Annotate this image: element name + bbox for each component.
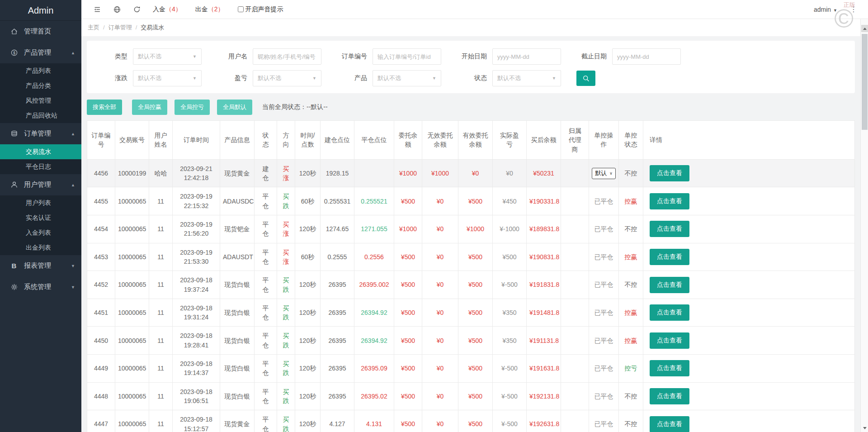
view-detail-button[interactable]: 点击查看 <box>650 165 689 181</box>
control-status-cell: 控赢 <box>619 299 643 327</box>
sidebar-item-product-recycle[interactable]: 产品回收站 <box>0 108 81 123</box>
view-detail-button[interactable]: 点击查看 <box>650 332 689 349</box>
filter-field: 盈亏默认不选▼ <box>207 70 321 86</box>
filter-input-订单编号[interactable] <box>373 48 441 65</box>
view-detail-button[interactable]: 点击查看 <box>650 221 689 237</box>
cell: ¥-500 <box>493 271 527 299</box>
table-row: 445410000065112023-09-19 21:56:20现货钯金平 仓… <box>87 215 855 243</box>
sidebar-item-deposit-list[interactable]: 入金列表 <box>0 225 81 240</box>
scroll-up-arrow[interactable] <box>861 25 868 32</box>
filter-input-开始日期[interactable] <box>492 48 561 65</box>
filter-select-产品[interactable]: 默认不选▼ <box>373 70 441 86</box>
cell: 120秒 <box>295 299 321 327</box>
cell: 0.255531 <box>321 187 354 215</box>
cell: 11 <box>149 243 173 271</box>
sidebar-item-realname-auth[interactable]: 实名认证 <box>0 210 81 225</box>
refresh-icon[interactable] <box>133 5 141 14</box>
filter-select-状态[interactable]: 默认不选▼ <box>492 70 561 86</box>
scrollbar-thumb[interactable] <box>862 34 868 130</box>
global-lose-button[interactable]: 全局控亏 <box>175 100 210 115</box>
filter-select-涨跌[interactable]: 默认不选▼ <box>133 70 202 86</box>
cell: ¥0 <box>422 187 458 215</box>
sidebar-item-order[interactable]: 订单管理▲ <box>0 123 81 144</box>
control-select[interactable]: 默认∨ <box>592 168 616 179</box>
table-row: 444810000065112023-09-18 19:06:51现货白银平 仓… <box>87 382 855 410</box>
cell: ¥500 <box>458 243 493 271</box>
withdraw-link[interactable]: 出金（2） <box>195 5 224 14</box>
detail-cell: 点击查看 <box>643 215 855 243</box>
table-row: 444910000065112023-09-18 19:14:37现货白银平 仓… <box>87 355 855 383</box>
sidebar-item-trade-flow[interactable]: 交易流水 <box>0 144 81 159</box>
language-globe-icon[interactable] <box>113 5 121 14</box>
product-icon: $ <box>10 49 18 57</box>
cell: 平 仓 <box>255 299 277 327</box>
sound-alert-checkbox[interactable] <box>238 6 244 12</box>
sound-alert-toggle[interactable]: 开启声音提示 <box>238 5 283 14</box>
user-menu[interactable]: admin▼ <box>814 6 837 13</box>
more-options-icon[interactable]: ⋮ <box>850 5 857 14</box>
table-row: 445310000065112023-09-19 21:53:30ADAUSDT… <box>87 243 855 271</box>
cell: 4.131 <box>354 410 394 432</box>
search-all-button[interactable]: 搜索全部 <box>87 100 122 115</box>
cell: 11 <box>149 271 173 299</box>
column-header: 用户 姓名 <box>149 121 173 160</box>
sidebar-item-label: 管理首页 <box>24 27 51 36</box>
view-detail-button[interactable]: 点击查看 <box>650 388 689 404</box>
column-header: 无效委托 余额 <box>422 121 458 160</box>
cell: ¥500 <box>394 243 422 271</box>
global-default-button[interactable]: 全局默认 <box>217 100 252 115</box>
search-button[interactable] <box>576 71 595 86</box>
sidebar-item-product[interactable]: $产品管理▲ <box>0 42 81 63</box>
cell <box>561 382 589 410</box>
view-detail-button[interactable]: 点击查看 <box>650 277 689 293</box>
filter-input-截止日期[interactable] <box>612 48 681 65</box>
column-header: 方 向 <box>277 121 295 160</box>
closed-label: 已平仓 <box>594 365 613 372</box>
orders-table: 订单编 号交易账号用户 姓名订单时间产品信息状 态方 向时间/ 点数建仓点位平仓… <box>87 120 855 432</box>
cell: ¥350 <box>493 299 527 327</box>
global-win-button[interactable]: 全局控赢 <box>132 100 167 115</box>
breadcrumb-bar: 主页/订单管理/交易流水 <box>81 19 868 36</box>
app-title: Admin <box>0 0 81 21</box>
sidebar-item-home[interactable]: 管理首页 <box>0 21 81 42</box>
sidebar-item-close-log[interactable]: 平仓日志 <box>0 159 81 174</box>
filter-select-类型[interactable]: 默认不选▼ <box>133 48 202 65</box>
deposit-link[interactable]: 入金（4） <box>153 5 182 14</box>
view-detail-button[interactable]: 点击查看 <box>650 193 689 209</box>
cell: ¥0 <box>422 243 458 271</box>
cell: 120秒 <box>295 355 321 383</box>
view-detail-button[interactable]: 点击查看 <box>650 416 689 432</box>
collapse-menu-icon[interactable] <box>93 5 101 14</box>
scrollbar[interactable] <box>860 19 868 432</box>
cell: ¥0 <box>422 355 458 383</box>
filter-input-用户名[interactable] <box>253 48 321 65</box>
sidebar-item-risk-manage[interactable]: 风控管理 <box>0 93 81 108</box>
cell: 买 跌 <box>277 327 295 355</box>
cell: 现货白银 <box>220 271 255 299</box>
sidebar-item-system[interactable]: 系统管理▼ <box>0 276 81 298</box>
cell: 120秒 <box>295 215 321 243</box>
cell <box>561 271 589 299</box>
sidebar-item-withdraw-list[interactable]: 出金列表 <box>0 240 81 255</box>
sidebar-item-user-list[interactable]: 用户列表 <box>0 195 81 210</box>
scroll-down-arrow[interactable] <box>861 425 868 431</box>
breadcrumb-item[interactable]: 主页 <box>88 24 99 31</box>
chevron-down-icon: ▼ <box>552 76 556 81</box>
view-detail-button[interactable]: 点击查看 <box>650 304 689 321</box>
sidebar-item-product-list[interactable]: 产品列表 <box>0 63 81 78</box>
view-detail-button[interactable]: 点击查看 <box>650 360 689 376</box>
filter-select-盈亏[interactable]: 默认不选▼ <box>253 70 321 86</box>
cell: ADAUSDT <box>220 243 255 271</box>
cell: ¥192631.8 <box>527 410 561 432</box>
sidebar-item-report[interactable]: B报表管理▼ <box>0 255 81 276</box>
sidebar-item-user[interactable]: 用户管理▲ <box>0 174 81 195</box>
cell: 0.2556 <box>354 243 394 271</box>
view-detail-button[interactable]: 点击查看 <box>650 249 689 265</box>
filter-field <box>566 71 595 86</box>
sidebar-item-product-category[interactable]: 产品分类 <box>0 78 81 93</box>
breadcrumb-item[interactable]: 订单管理 <box>108 24 132 31</box>
cell: ¥-1000 <box>493 215 527 243</box>
cell: ¥500 <box>394 299 422 327</box>
cell: ¥-500 <box>493 355 527 383</box>
cell: 平 仓 <box>255 355 277 383</box>
